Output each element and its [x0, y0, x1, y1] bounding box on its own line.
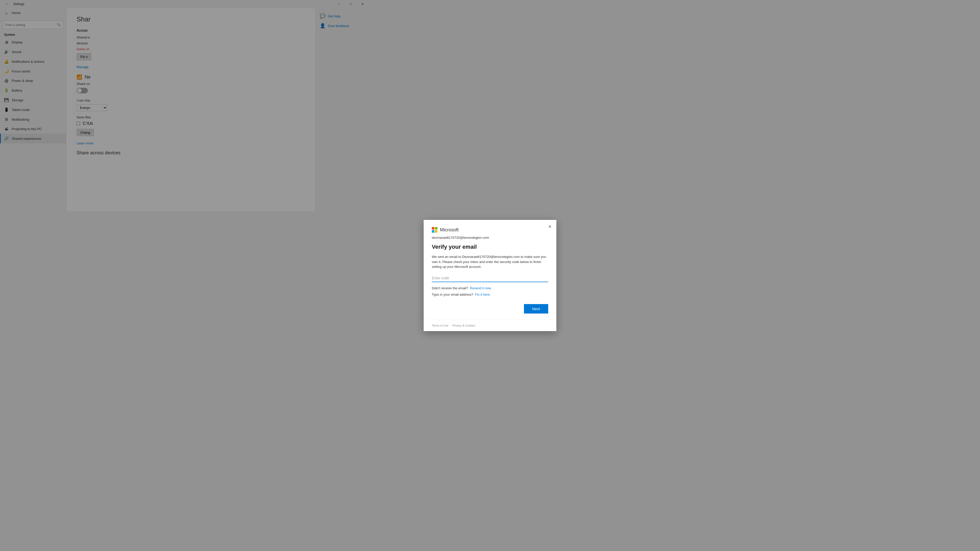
modal-overlay[interactable]: ✕ Microsoft dezmaraelli170720@lenovolegi… — [0, 0, 372, 211]
